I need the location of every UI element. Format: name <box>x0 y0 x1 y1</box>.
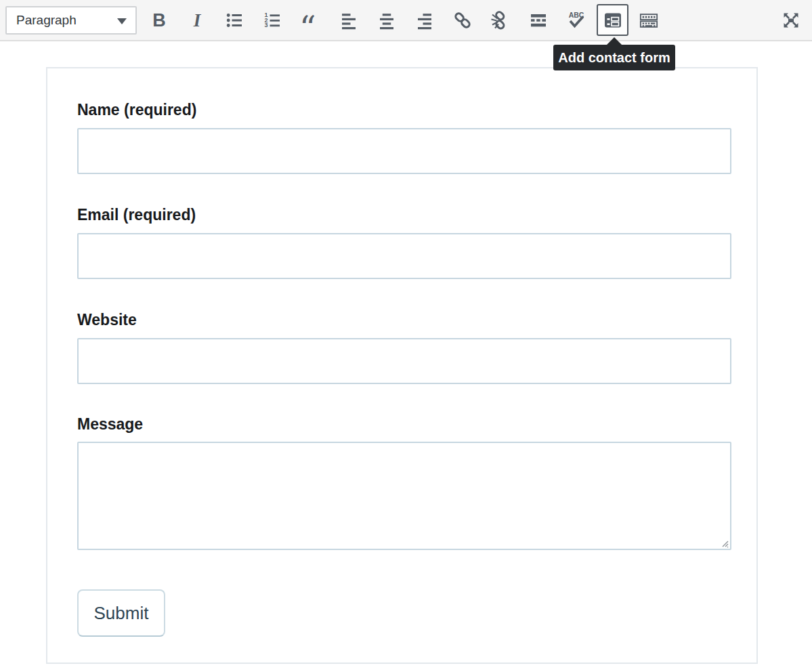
insert-link-button[interactable] <box>453 11 472 30</box>
fullscreen-expand-icon <box>782 11 800 30</box>
website-input[interactable] <box>77 338 731 384</box>
bold-icon: B <box>152 11 166 30</box>
align-left-button[interactable] <box>339 11 358 30</box>
align-left-icon <box>339 11 358 30</box>
add-contact-form-button[interactable] <box>597 4 628 36</box>
keyboard-shortcuts-button[interactable] <box>639 11 658 30</box>
bold-button[interactable]: B <box>150 11 169 30</box>
name-field-label: Name (required) <box>77 100 196 119</box>
numbered-list-icon: 1 2 3 <box>263 11 282 30</box>
contact-form-icon <box>603 11 622 30</box>
insert-more-tag-button[interactable] <box>529 11 548 30</box>
keyboard-icon <box>639 11 658 30</box>
editor-toolbar: Paragraph B I 1 2 3 “ <box>0 0 812 41</box>
contact-form-preview: Name (required) Email (required) Website… <box>46 67 758 664</box>
align-center-button[interactable] <box>377 11 396 30</box>
paragraph-format-dropdown[interactable]: Paragraph <box>5 6 137 35</box>
svg-text:“: “ <box>301 11 316 30</box>
svg-text:3: 3 <box>265 22 268 28</box>
message-field-label: Message <box>77 415 143 434</box>
email-field-label: Email (required) <box>77 205 196 224</box>
blockquote-icon: “ <box>301 11 320 30</box>
fullscreen-button[interactable] <box>782 11 800 30</box>
align-right-icon <box>415 11 434 30</box>
tooltip-text: Add contact form <box>558 50 670 66</box>
website-field-label: Website <box>77 310 137 329</box>
blockquote-button[interactable]: “ <box>301 11 320 30</box>
submit-button[interactable]: Submit <box>77 589 165 637</box>
link-icon <box>453 11 472 30</box>
chevron-down-icon <box>117 18 127 24</box>
remove-link-button[interactable] <box>491 11 510 30</box>
add-contact-form-tooltip: Add contact form <box>553 45 675 70</box>
email-input[interactable] <box>77 233 731 279</box>
spellcheck-button[interactable]: ABC <box>567 11 586 30</box>
italic-icon: I <box>194 11 201 30</box>
name-input[interactable] <box>77 128 731 174</box>
textarea-resize-handle-icon[interactable] <box>719 538 730 549</box>
align-right-button[interactable] <box>415 11 434 30</box>
spellcheck-abc-icon: ABC <box>567 11 586 30</box>
paragraph-format-value: Paragraph <box>7 13 77 28</box>
bulleted-list-button[interactable] <box>226 11 244 30</box>
italic-button[interactable]: I <box>188 11 207 30</box>
bulleted-list-icon <box>226 11 244 30</box>
unlink-icon <box>491 11 510 30</box>
numbered-list-button[interactable]: 1 2 3 <box>263 11 282 30</box>
align-center-icon <box>377 11 396 30</box>
more-tag-icon <box>529 11 548 30</box>
message-textarea[interactable] <box>77 442 731 550</box>
